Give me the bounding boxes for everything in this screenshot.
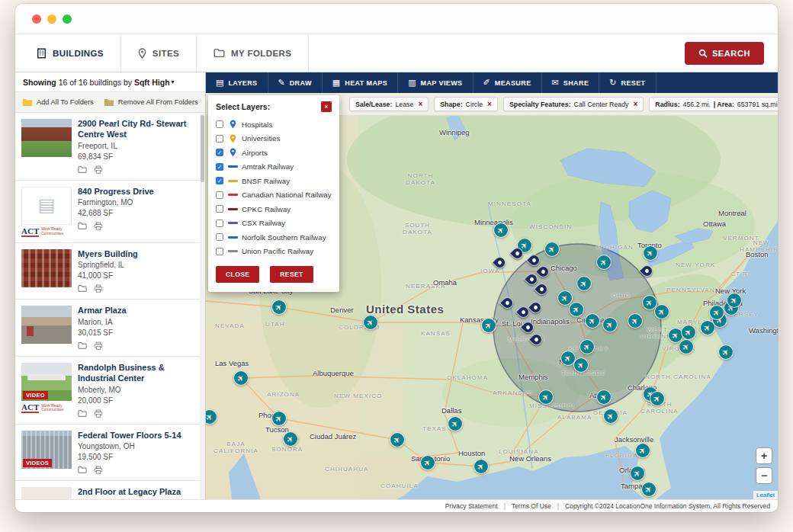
airport-marker[interactable]: ✈ [727, 293, 742, 308]
remove-all-from-folders-button[interactable]: Remove All From Folders [104, 98, 198, 107]
print-icon[interactable] [94, 284, 103, 293]
map-container[interactable]: United StatesWinnipegMinneapolisTorontoM… [206, 72, 778, 499]
layer-item[interactable]: ✓Amtrak Railway [216, 160, 332, 175]
airport-marker[interactable]: ✈ [603, 409, 618, 424]
airport-marker[interactable]: ✈ [679, 339, 694, 354]
remove-filter-icon[interactable]: × [418, 101, 422, 108]
folder-icon[interactable] [78, 165, 87, 175]
maximize-window-icon[interactable] [63, 14, 72, 24]
zoom-in-button[interactable]: + [756, 447, 772, 464]
map-attribution[interactable]: Leaflet [753, 491, 778, 499]
layer-checkbox[interactable] [216, 191, 223, 199]
toolbar-heat-maps-button[interactable]: ▦HEAT MAPS [323, 72, 398, 93]
layer-item[interactable]: CPKC Railway [216, 202, 332, 216]
airport-marker[interactable]: ✈ [596, 389, 612, 405]
tab-buildings[interactable]: BUILDINGS [20, 34, 121, 72]
building-card[interactable]: VIDEOACTWork Ready CommunitiesRandolph B… [15, 357, 205, 425]
airport-marker[interactable]: ✈ [233, 370, 249, 386]
layer-item[interactable]: Norfolk Southern Railway [216, 230, 332, 245]
folder-icon[interactable] [78, 284, 87, 293]
print-icon[interactable] [94, 341, 103, 351]
building-card[interactable]: Myers BuildingSpringfield, IL41,000 SF [15, 243, 205, 300]
layer-checkbox[interactable]: ✓ [216, 163, 223, 171]
layer-checkbox[interactable] [216, 120, 223, 128]
layer-checkbox[interactable] [216, 205, 223, 213]
airport-marker[interactable]: ✈ [628, 313, 643, 328]
airport-marker[interactable]: ✈ [580, 339, 595, 354]
toolbar-draw-button[interactable]: ✎DRAW [268, 72, 323, 93]
print-icon[interactable] [94, 165, 103, 175]
scrollbar-thumb[interactable] [201, 115, 204, 182]
remove-filter-icon[interactable]: × [633, 101, 637, 108]
layers-close-button[interactable]: CLOSE [216, 266, 259, 283]
layer-checkbox[interactable]: ✓ [216, 177, 223, 184]
layer-item[interactable]: ✓Airports [216, 146, 332, 160]
airport-marker[interactable]: ✈ [271, 300, 287, 315]
airport-marker[interactable]: ✈ [448, 416, 463, 431]
airport-marker[interactable]: ✈ [390, 432, 405, 447]
airport-marker[interactable]: ✈ [654, 304, 669, 319]
airport-marker[interactable]: ✈ [544, 242, 560, 257]
airport-marker[interactable]: ✈ [283, 431, 298, 447]
folder-icon[interactable] [78, 466, 87, 475]
tab-my-folders[interactable]: MY FOLDERS [197, 34, 309, 72]
building-card[interactable]: Armar PlazaMarion, IA30,015 SF [15, 300, 205, 357]
airport-marker[interactable]: ✈ [718, 345, 734, 360]
airport-marker[interactable]: ✈ [569, 302, 584, 317]
airport-marker[interactable]: ✈ [420, 455, 435, 470]
layer-item[interactable]: Canadian National Railway [216, 188, 332, 203]
toolbar-layers-button[interactable]: ▤LAYERS [206, 72, 268, 93]
airport-marker[interactable]: ✈ [641, 482, 657, 497]
layer-item[interactable]: CSX Railway [216, 216, 332, 231]
airport-marker[interactable]: ✈ [681, 325, 696, 340]
layer-checkbox[interactable]: ✓ [216, 149, 223, 156]
airport-marker[interactable]: ✈ [709, 305, 724, 320]
toolbar-share-button[interactable]: ✉SHARE [542, 72, 600, 93]
building-card[interactable]: VIDEOSFederal Tower Floors 5-14Youngstow… [15, 425, 205, 482]
layer-item[interactable]: Hospitals [216, 117, 332, 132]
layer-checkbox[interactable] [216, 220, 223, 227]
terms-link[interactable]: Terms Of Use [512, 502, 551, 510]
toolbar-map-views-button[interactable]: ▥MAP VIEWS [398, 72, 473, 93]
airport-marker[interactable]: ✈ [481, 318, 496, 333]
airport-marker[interactable]: ✈ [635, 443, 650, 458]
airport-marker[interactable]: ✈ [573, 357, 589, 373]
tab-sites[interactable]: SITES [121, 34, 197, 72]
airport-marker[interactable]: ✈ [271, 411, 287, 426]
airport-marker[interactable]: ✈ [602, 317, 618, 332]
sidebar-scrollbar[interactable] [200, 114, 205, 499]
toolbar-measure-button[interactable]: ✐MEASURE [474, 72, 542, 93]
airport-marker[interactable]: ✈ [643, 245, 658, 261]
toolbar-reset-button[interactable]: ↻RESET [599, 72, 656, 93]
minimize-window-icon[interactable] [47, 14, 56, 24]
airport-marker[interactable]: ✈ [650, 391, 665, 406]
layers-reset-button[interactable]: RESET [270, 266, 313, 283]
print-icon[interactable] [94, 466, 103, 475]
zoom-out-button[interactable]: − [756, 467, 772, 484]
add-all-to-folders-button[interactable]: Add All To Folders [22, 98, 94, 107]
close-window-icon[interactable] [32, 14, 41, 24]
print-icon[interactable] [94, 222, 103, 231]
airport-marker[interactable]: ✈ [493, 223, 509, 238]
close-panel-icon[interactable]: × [321, 101, 332, 112]
layer-checkbox[interactable] [216, 135, 223, 143]
building-card[interactable]: 2nd Floor at Legacy PlazaSuite 200Newton… [15, 481, 205, 499]
privacy-link[interactable]: Privacy Statement [445, 502, 498, 510]
airport-marker[interactable]: ✈ [363, 315, 378, 330]
layer-checkbox[interactable] [216, 248, 223, 255]
folder-icon[interactable] [78, 409, 87, 418]
airport-marker[interactable]: ✈ [576, 276, 592, 291]
layer-item[interactable]: Universities [216, 132, 332, 146]
folder-icon[interactable] [78, 222, 87, 231]
search-button[interactable]: SEARCH [685, 42, 764, 65]
print-icon[interactable] [94, 409, 103, 418]
layer-checkbox[interactable] [216, 233, 223, 241]
building-card[interactable]: ACTWork Ready Communities840 Progress Dr… [15, 181, 205, 243]
layer-item[interactable]: ✓BNSF Railway [216, 174, 332, 188]
airport-marker[interactable]: ✈ [585, 313, 600, 328]
folder-icon[interactable] [78, 341, 87, 351]
airport-marker[interactable]: ✈ [474, 459, 489, 474]
remove-filter-icon[interactable]: × [487, 101, 492, 108]
airport-marker[interactable]: ✈ [630, 466, 645, 481]
building-card[interactable]: 2900 Pearl City Rd- Stewart Centre WestF… [15, 113, 205, 181]
